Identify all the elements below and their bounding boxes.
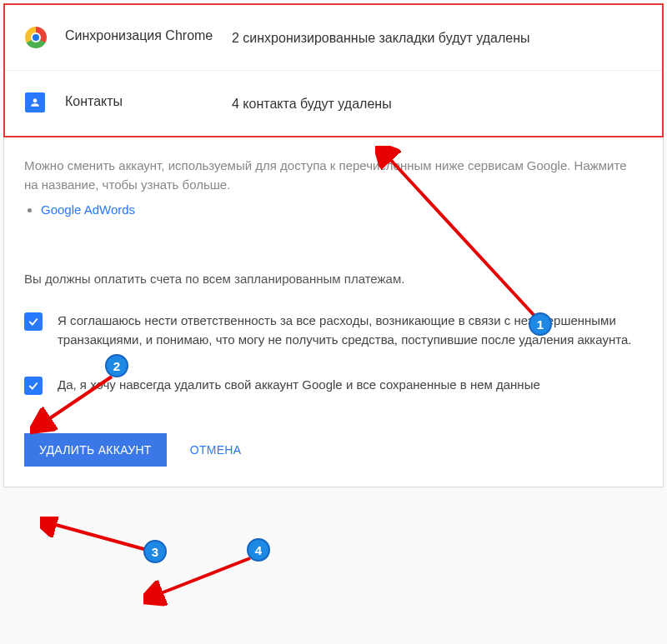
annotation-arrow-4 [143,550,268,608]
delete-account-card: Синхронизация Chrome 2 синхронизированны… [3,3,664,487]
consent-row-liability: Я соглашаюсь нести ответственность за вс… [4,304,663,360]
contacts-icon [25,92,45,112]
annotation-badge-4: 4 [247,538,270,562]
deletion-row-label: Контакты [65,92,232,109]
deletion-row-description: 2 синхронизированные закладки будут удал… [232,27,642,48]
service-link-list: Google AdWords [4,194,663,228]
delete-account-button[interactable]: УДАЛИТЬ АККАУНТ [24,433,167,467]
button-row: УДАЛИТЬ АККАУНТ ОТМЕНА [4,405,663,487]
consent-checkbox-permanent-delete[interactable] [24,377,43,395]
deletion-summary-highlight: Синхронизация Chrome 2 синхронизированны… [3,3,664,137]
svg-line-5 [50,523,147,550]
consent-checkbox-liability[interactable] [24,312,43,331]
svg-line-7 [157,558,250,595]
service-link-adwords[interactable]: Google AdWords [41,202,135,217]
consent-text: Да, я хочу навсегда удалить свой аккаунт… [58,375,540,394]
deletion-row-label: Синхронизация Chrome [65,27,232,43]
chrome-icon [25,27,47,48]
deletion-row-chrome-sync: Синхронизация Chrome 2 синхронизированны… [5,5,662,71]
list-item: Google AdWords [41,202,643,217]
contacts-icon-slot [25,92,65,112]
consent-row-permanent-delete: Да, я хочу навсегда удалить свой аккаунт… [4,360,663,405]
deletion-row-description: 4 контакта будут удалены [232,92,642,114]
consent-text: Я соглашаюсь нести ответственность за вс… [58,311,643,350]
deletion-row-contacts: Контакты 4 контакта будут удалены [5,71,662,136]
annotation-arrow-3 [40,517,157,558]
service-switch-info: Можно сменить аккаунт, используемый для … [4,137,663,194]
payments-note: Вы должны оплатить счета по всем заплани… [4,272,663,304]
annotation-badge-3: 3 [143,540,167,563]
cancel-button[interactable]: ОТМЕНА [190,443,242,457]
chrome-icon-slot [25,27,65,48]
